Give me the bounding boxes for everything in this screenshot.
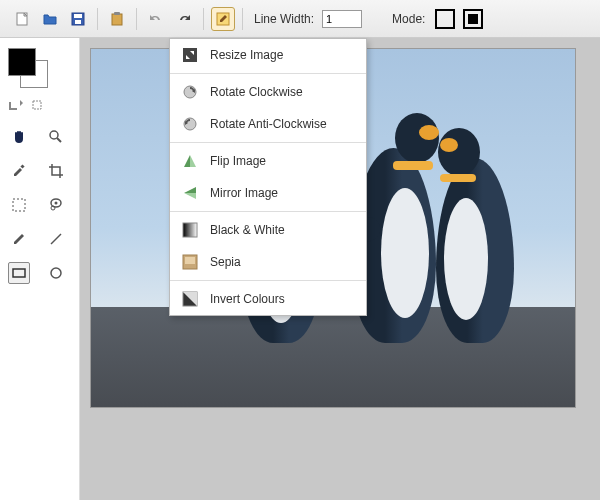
- paste-button[interactable]: [105, 7, 129, 31]
- menu-label: Sepia: [210, 255, 241, 269]
- flip-icon: [182, 153, 198, 169]
- separator: [203, 8, 204, 30]
- redo-icon: [176, 11, 192, 27]
- menu-item-bw[interactable]: Black & White: [170, 214, 366, 246]
- menu-separator: [170, 142, 366, 143]
- mode-label: Mode:: [392, 12, 425, 26]
- menu-item-rotate-ccw[interactable]: Rotate Anti-Clockwise: [170, 108, 366, 140]
- tool-sidebar: [0, 38, 80, 500]
- circle-icon: [48, 265, 64, 281]
- transform-menu-button[interactable]: [211, 7, 235, 31]
- menu-label: Mirror Image: [210, 186, 278, 200]
- color-swatch[interactable]: [8, 48, 48, 88]
- file-icon: [14, 11, 30, 27]
- marquee-icon: [11, 197, 27, 213]
- line-width-label: Line Width:: [254, 12, 314, 26]
- lasso-tool[interactable]: [45, 194, 67, 216]
- hand-icon: [11, 129, 27, 145]
- undo-button[interactable]: [144, 7, 168, 31]
- tool-grid: [8, 126, 71, 284]
- rectangle-icon: [11, 265, 27, 281]
- svg-line-15: [51, 234, 61, 244]
- svg-rect-18: [183, 48, 197, 62]
- menu-label: Rotate Anti-Clockwise: [210, 117, 327, 131]
- svg-rect-7: [33, 101, 41, 109]
- line-tool[interactable]: [45, 228, 67, 250]
- transform-dropdown: Resize Image Rotate Clockwise Rotate Ant…: [169, 38, 367, 316]
- svg-rect-23: [185, 257, 195, 264]
- primary-color[interactable]: [8, 48, 36, 76]
- folder-open-icon: [42, 11, 58, 27]
- svg-rect-21: [183, 223, 197, 237]
- menu-label: Rotate Clockwise: [210, 85, 303, 99]
- invert-icon: [182, 291, 198, 307]
- resize-icon: [182, 47, 198, 63]
- svg-rect-3: [75, 20, 81, 24]
- lasso-icon: [48, 197, 64, 213]
- mode-filled-button[interactable]: [463, 9, 483, 29]
- separator: [97, 8, 98, 30]
- svg-point-17: [51, 268, 61, 278]
- svg-rect-16: [13, 269, 25, 277]
- svg-rect-11: [13, 199, 25, 211]
- menu-label: Black & White: [210, 223, 285, 237]
- separator: [136, 8, 137, 30]
- svg-line-9: [57, 138, 61, 142]
- undo-icon: [148, 11, 164, 27]
- menu-separator: [170, 280, 366, 281]
- svg-rect-4: [112, 14, 122, 25]
- menu-item-resize[interactable]: Resize Image: [170, 39, 366, 71]
- pencil-tool[interactable]: [8, 228, 30, 250]
- mirror-icon: [182, 185, 198, 201]
- separator: [242, 8, 243, 30]
- new-file-button[interactable]: [10, 7, 34, 31]
- pan-tool[interactable]: [8, 126, 30, 148]
- menu-item-rotate-cw[interactable]: Rotate Clockwise: [170, 76, 366, 108]
- menu-item-invert[interactable]: Invert Colours: [170, 283, 366, 315]
- svg-point-14: [54, 202, 57, 205]
- crop-corner-icon[interactable]: [8, 99, 24, 111]
- svg-rect-5: [114, 12, 120, 15]
- ellipse-tool[interactable]: [45, 262, 67, 284]
- svg-rect-2: [74, 14, 82, 18]
- menu-item-mirror[interactable]: Mirror Image: [170, 177, 366, 209]
- save-icon: [70, 11, 86, 27]
- clipboard-icon: [109, 11, 125, 27]
- eyedropper-tool[interactable]: [8, 160, 30, 182]
- rectangle-tool[interactable]: [8, 262, 30, 284]
- mode-outline-button[interactable]: [435, 9, 455, 29]
- menu-separator: [170, 211, 366, 212]
- redo-button[interactable]: [172, 7, 196, 31]
- save-button[interactable]: [66, 7, 90, 31]
- line-icon: [48, 231, 64, 247]
- svg-rect-10: [20, 164, 24, 168]
- menu-item-flip[interactable]: Flip Image: [170, 145, 366, 177]
- eyedropper-icon: [11, 163, 27, 179]
- magnifier-icon: [48, 129, 64, 145]
- rotate-cw-icon: [182, 84, 198, 100]
- crop-tool-row: [8, 98, 71, 112]
- marquee-tool[interactable]: [8, 194, 30, 216]
- crop-tool-icon: [48, 163, 64, 179]
- open-button[interactable]: [38, 7, 62, 31]
- rotate-ccw-icon: [182, 116, 198, 132]
- menu-label: Resize Image: [210, 48, 283, 62]
- menu-label: Flip Image: [210, 154, 266, 168]
- crop-icon[interactable]: [30, 98, 46, 112]
- pencil-icon: [11, 231, 27, 247]
- menu-item-sepia[interactable]: Sepia: [170, 246, 366, 278]
- menu-label: Invert Colours: [210, 292, 285, 306]
- crop-tool[interactable]: [45, 160, 67, 182]
- main-toolbar: Line Width: Mode:: [0, 0, 600, 38]
- penguin-shape: [436, 128, 514, 343]
- zoom-tool[interactable]: [45, 126, 67, 148]
- edit-icon: [215, 11, 231, 27]
- line-width-input[interactable]: [322, 10, 362, 28]
- svg-point-8: [50, 131, 58, 139]
- bw-icon: [182, 222, 198, 238]
- sepia-icon: [182, 254, 198, 270]
- menu-separator: [170, 73, 366, 74]
